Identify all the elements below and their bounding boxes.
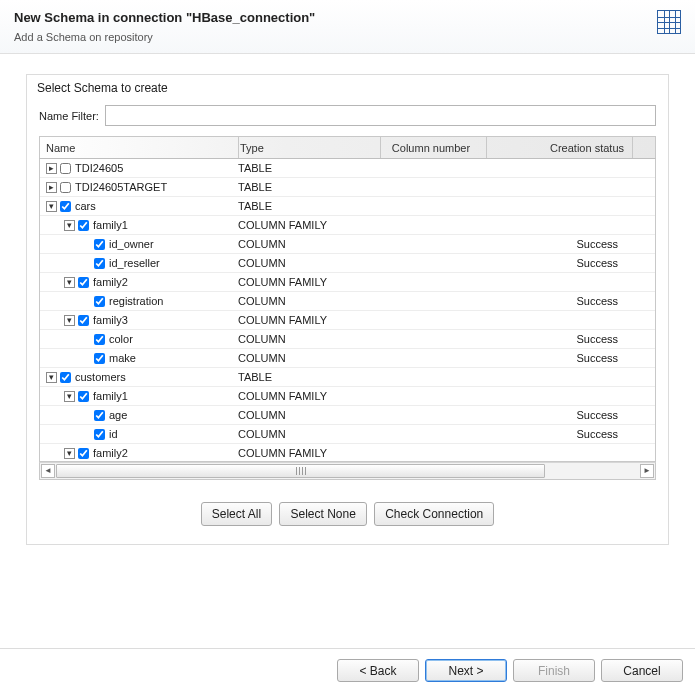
- status-cell: [488, 444, 626, 462]
- row-checkbox[interactable]: [94, 353, 105, 364]
- row-label: family2: [93, 444, 128, 462]
- row-checkbox[interactable]: [78, 315, 89, 326]
- table-row[interactable]: ▾family1COLUMN FAMILY: [40, 216, 655, 235]
- row-label: family2: [93, 273, 128, 291]
- table-row[interactable]: registrationCOLUMNSuccess: [40, 292, 655, 311]
- table-row[interactable]: ▾customersTABLE: [40, 368, 655, 387]
- table-row[interactable]: colorCOLUMNSuccess: [40, 330, 655, 349]
- table-row[interactable]: ▾carsTABLE: [40, 197, 655, 216]
- check-connection-button[interactable]: Check Connection: [374, 502, 494, 526]
- back-button[interactable]: < Back: [337, 659, 419, 682]
- type-cell: COLUMN: [234, 425, 378, 443]
- row-checkbox[interactable]: [78, 391, 89, 402]
- row-checkbox[interactable]: [94, 258, 105, 269]
- name-filter-input[interactable]: [105, 105, 656, 126]
- table-row[interactable]: ageCOLUMNSuccess: [40, 406, 655, 425]
- collapse-icon[interactable]: ▾: [64, 277, 75, 288]
- row-checkbox[interactable]: [60, 182, 71, 193]
- row-checkbox[interactable]: [60, 372, 71, 383]
- status-cell: [488, 197, 626, 215]
- content-area: Select Schema to create Name Filter: Nam…: [0, 54, 695, 648]
- name-cell: ▾family1: [40, 387, 256, 405]
- table-row[interactable]: id_ownerCOLUMNSuccess: [40, 235, 655, 254]
- table-row[interactable]: ▸TDI24605TARGETTABLE: [40, 178, 655, 197]
- row-checkbox[interactable]: [94, 410, 105, 421]
- table-row[interactable]: ▾family1COLUMN FAMILY: [40, 387, 655, 406]
- finish-button[interactable]: Finish: [513, 659, 595, 682]
- expand-icon[interactable]: ▸: [46, 163, 57, 174]
- status-cell: Success: [488, 235, 626, 253]
- collapse-icon[interactable]: ▾: [46, 372, 57, 383]
- status-cell: Success: [488, 425, 626, 443]
- table-icon: [657, 10, 681, 34]
- status-cell: Success: [488, 330, 626, 348]
- expander-none: [82, 335, 91, 344]
- table-row[interactable]: idCOLUMNSuccess: [40, 425, 655, 444]
- type-cell: COLUMN: [234, 254, 378, 272]
- collapse-icon[interactable]: ▾: [64, 391, 75, 402]
- table-row[interactable]: makeCOLUMNSuccess: [40, 349, 655, 368]
- collapse-icon[interactable]: ▾: [46, 201, 57, 212]
- expander-none: [82, 297, 91, 306]
- row-checkbox[interactable]: [94, 429, 105, 440]
- type-cell: COLUMN: [234, 330, 378, 348]
- h-scrollbar[interactable]: ◄ ►: [39, 462, 656, 480]
- scroll-left-icon[interactable]: ◄: [41, 464, 55, 478]
- scroll-right-icon[interactable]: ►: [640, 464, 654, 478]
- wizard-title: New Schema in connection "HBase_connecti…: [14, 10, 315, 25]
- next-button[interactable]: Next >: [425, 659, 507, 682]
- row-label: id: [109, 425, 118, 443]
- expander-none: [82, 411, 91, 420]
- col-spacer: [620, 137, 655, 158]
- col-column-number[interactable]: Column number: [376, 137, 487, 158]
- name-cell: ▾family1: [40, 216, 256, 234]
- table-row[interactable]: ▸TDI24605TABLE: [40, 159, 655, 178]
- status-cell: Success: [488, 292, 626, 310]
- type-cell: COLUMN FAMILY: [234, 311, 378, 329]
- row-checkbox[interactable]: [78, 277, 89, 288]
- collapse-icon[interactable]: ▾: [64, 448, 75, 459]
- name-cell: ▾cars: [40, 197, 238, 215]
- row-label: color: [109, 330, 133, 348]
- row-checkbox[interactable]: [60, 201, 71, 212]
- row-checkbox[interactable]: [78, 448, 89, 459]
- row-label: id_owner: [109, 235, 154, 253]
- col-creation-status[interactable]: Creation status: [488, 137, 633, 158]
- scroll-thumb[interactable]: [56, 464, 545, 478]
- row-checkbox[interactable]: [94, 239, 105, 250]
- status-cell: Success: [488, 406, 626, 424]
- row-label: make: [109, 349, 136, 367]
- row-label: TDI24605TARGET: [75, 178, 167, 196]
- row-checkbox[interactable]: [78, 220, 89, 231]
- row-checkbox[interactable]: [94, 296, 105, 307]
- collapse-icon[interactable]: ▾: [64, 315, 75, 326]
- row-label: registration: [109, 292, 163, 310]
- cancel-button[interactable]: Cancel: [601, 659, 683, 682]
- row-label: id_reseller: [109, 254, 160, 272]
- select-none-button[interactable]: Select None: [279, 502, 366, 526]
- collapse-icon[interactable]: ▾: [64, 220, 75, 231]
- select-all-button[interactable]: Select All: [201, 502, 272, 526]
- tree-body[interactable]: ▸TDI24605TABLE▸TDI24605TARGETTABLE▾carsT…: [39, 159, 656, 462]
- footer: < Back Next > Finish Cancel: [0, 648, 695, 692]
- type-cell: TABLE: [234, 159, 378, 177]
- status-cell: Success: [488, 349, 626, 367]
- type-cell: COLUMN FAMILY: [234, 387, 378, 405]
- type-cell: COLUMN: [234, 349, 378, 367]
- type-cell: COLUMN FAMILY: [234, 216, 378, 234]
- table-row[interactable]: ▾family2COLUMN FAMILY: [40, 444, 655, 462]
- col-name[interactable]: Name: [40, 137, 239, 158]
- table-row[interactable]: ▾family3COLUMN FAMILY: [40, 311, 655, 330]
- table-row[interactable]: ▾family2COLUMN FAMILY: [40, 273, 655, 292]
- name-cell: ▸TDI24605TARGET: [40, 178, 238, 196]
- status-cell: Success: [488, 254, 626, 272]
- row-checkbox[interactable]: [60, 163, 71, 174]
- expand-icon[interactable]: ▸: [46, 182, 57, 193]
- row-checkbox[interactable]: [94, 334, 105, 345]
- expander-none: [82, 259, 91, 268]
- col-type[interactable]: Type: [234, 137, 381, 158]
- type-cell: COLUMN: [234, 235, 378, 253]
- table-row[interactable]: id_resellerCOLUMNSuccess: [40, 254, 655, 273]
- name-cell: ▾customers: [40, 368, 238, 386]
- type-cell: TABLE: [234, 368, 378, 386]
